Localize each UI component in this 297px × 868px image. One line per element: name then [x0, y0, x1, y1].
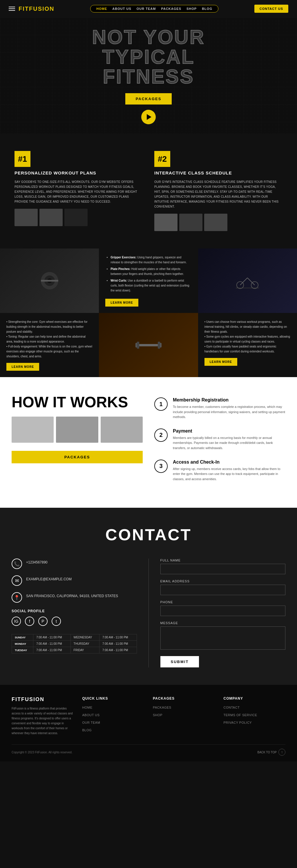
hiw-img-1: [11, 416, 54, 443]
hours-table: SUNDAY 7:00 AM - 11:00 PM WEDNESDAY 7:00…: [11, 634, 137, 653]
footer-company-list: CONTACT TERMS OF SERVICE PRIVACY POLICY: [224, 705, 286, 725]
hero-content: NOT YOUR TYPICAL FITNESS PACKAGES: [92, 27, 205, 124]
gym-bullet-list: Gripper Exercises: Using hand grippers, …: [105, 255, 191, 293]
feature-img-1a: [14, 209, 38, 226]
footer-link-team[interactable]: OUR TEAM: [82, 720, 144, 725]
hiw-packages-button[interactable]: PACKAGES: [11, 451, 143, 463]
contact-title: CONTACT: [11, 525, 286, 544]
hiw-img-2: [56, 416, 98, 443]
footer-link-privacy[interactable]: PRIVACY POLICY: [224, 720, 286, 725]
instagram-icon[interactable]: IG: [11, 617, 21, 626]
hero-title-line2: TYPICAL: [92, 47, 205, 66]
contact-phone-item: 📞 +1234567890: [11, 559, 137, 569]
hiw-step-1: 1 Membership Registration To become a me…: [154, 397, 286, 420]
feature-images-2: [154, 214, 283, 231]
hero-title-line1: NOT YOUR: [92, 27, 205, 47]
svg-rect-13: [158, 342, 160, 349]
navbar-left: FITFUSION: [9, 5, 55, 12]
message-textarea[interactable]: [160, 626, 286, 650]
submit-button[interactable]: SUBMIT: [160, 656, 199, 668]
nav-packages[interactable]: PACKAGES: [161, 7, 181, 10]
footer-link-blog[interactable]: BLOG: [82, 727, 144, 733]
learn-more-button-3[interactable]: LEARN MORE: [204, 358, 237, 366]
gym-cell-center-bullets: Gripper Exercises: Using hand grippers, …: [99, 248, 198, 313]
back-to-top-circle: ↑: [278, 749, 286, 756]
footer-link-packages[interactable]: PACKAGES: [153, 705, 215, 710]
footer-link-home[interactable]: HOME: [82, 705, 144, 710]
nav-logo: FITFUSION: [19, 5, 55, 12]
gym-text-right: • Users can choose from various workout …: [204, 319, 291, 354]
hiw-img-3: [101, 416, 143, 443]
hours-row-sunday: SUNDAY 7:00 AM - 11:00 PM WEDNESDAY 7:00…: [12, 634, 137, 641]
phone-label: PHONE: [160, 600, 286, 604]
contact-grid: 📞 +1234567890 ✉ EXAMPLE@EXAMPLE.COM 📍 SA…: [11, 559, 286, 668]
phone-icon: 📞: [11, 559, 22, 569]
play-button[interactable]: [141, 110, 156, 124]
nav-shop[interactable]: SHOP: [187, 7, 197, 10]
footer-logo: FITFUSION: [11, 696, 74, 703]
gym-text-left: • Strengthening the core: Gym wheel exer…: [6, 319, 93, 359]
how-it-works-section: HOW IT WORKS PACKAGES 1 Membership Regis…: [0, 377, 297, 508]
hours-day-sunday: SUNDAY: [12, 634, 33, 641]
nav-links: HOME ABOUT US OUR TEAM PACKAGES SHOP BLO…: [90, 5, 219, 12]
message-label: MESSAGE: [160, 621, 286, 625]
nav-about[interactable]: ABOUT US: [112, 7, 131, 10]
back-to-top-button[interactable]: BACK TO TOP ↑: [257, 749, 286, 756]
footer-link-about[interactable]: ABOUT US: [82, 712, 144, 717]
bullet-2: Plate Pinches: Hold weight plates or oth…: [110, 267, 191, 276]
hours-day-wednesday: WEDNESDAY: [70, 634, 99, 641]
hiw-images: [11, 416, 143, 443]
hiw-right: 1 Membership Registration To become a me…: [154, 395, 286, 490]
hours-day-friday: FRIDAY: [70, 647, 99, 653]
learn-more-button-1[interactable]: LEARN MORE: [105, 299, 138, 307]
location-icon: 📍: [11, 592, 22, 603]
footer-link-tos[interactable]: TERMS OF SERVICE: [224, 712, 286, 717]
full-name-input[interactable]: [160, 564, 286, 574]
navbar: FITFUSION HOME ABOUT US OUR TEAM PACKAGE…: [0, 0, 297, 18]
feature-number-2: #2: [154, 151, 170, 167]
hours-day-tuesday: TUESDAY: [12, 647, 33, 653]
footer-link-shop[interactable]: SHOP: [153, 712, 215, 717]
footer-link-contact[interactable]: CONTACT: [224, 705, 286, 710]
feature-img-2c: [204, 214, 227, 231]
step-content-1: Membership Registration To become a memb…: [173, 397, 286, 420]
hours-day-monday: MONDAY: [12, 641, 33, 647]
footer-packages-list: PACKAGES SHOP: [153, 705, 215, 717]
hero-title: NOT YOUR TYPICAL FITNESS: [92, 27, 205, 86]
hiw-left: HOW IT WORKS PACKAGES: [11, 395, 143, 463]
phone-input[interactable]: [160, 606, 286, 616]
weights-illustration: [38, 269, 61, 292]
hours-row-monday: MONDAY 7:00 AM - 11:00 PM THURSDAY 7:00 …: [12, 641, 137, 647]
footer-quick-links-title: QUICK LINKS: [82, 696, 144, 701]
hiw-step-3: 3 Access and Check-In After signing up, …: [154, 460, 286, 482]
twitter-icon[interactable]: t: [52, 617, 61, 626]
step-title-2: Payment: [173, 429, 286, 434]
cycles-illustration: [233, 272, 262, 289]
email-input[interactable]: [160, 585, 286, 595]
nav-team[interactable]: OUR TEAM: [137, 7, 156, 10]
facebook-icon[interactable]: f: [25, 617, 34, 626]
hamburger-menu[interactable]: [9, 7, 15, 11]
email-icon: ✉: [11, 576, 22, 586]
pinterest-icon[interactable]: P: [38, 617, 47, 626]
svg-rect-10: [139, 344, 158, 346]
nav-logo-text: FITFUSION: [19, 5, 55, 12]
bullet-3: Wrist Curls: Use a dumbbell or a barbell…: [110, 278, 191, 293]
learn-more-button-2[interactable]: LEARN MORE: [6, 363, 39, 371]
footer-bottom: Copyright © 2023 FitFusion. All rights r…: [11, 744, 286, 756]
feature-card-2: #2 INTERACTIVE CLASS SCHEDULE OUR GYM'S …: [148, 145, 288, 237]
gym-cell-right-text: • Users can choose from various workout …: [198, 313, 297, 377]
nav-blog[interactable]: BLOG: [202, 7, 212, 10]
contact-us-button[interactable]: CONTACT US: [254, 5, 288, 13]
step-circle-3: 3: [154, 460, 168, 473]
footer-copyright: Copyright © 2023 FitFusion. All rights r…: [11, 751, 72, 754]
hero-packages-button[interactable]: PACKAGES: [125, 93, 172, 104]
full-name-label: FULL NAME: [160, 559, 286, 562]
step-circle-1: 1: [154, 397, 168, 411]
svg-line-8: [248, 278, 255, 285]
nav-home[interactable]: HOME: [96, 7, 107, 10]
hours-time-monday: 7:00 AM - 11:00 PM: [33, 641, 70, 647]
footer-quick-links-list: HOME ABOUT US OUR TEAM BLOG: [82, 705, 144, 733]
step-text-3: After signing up, members receive access…: [173, 466, 286, 482]
hours-time-wednesday: 7:00 AM - 11:00 PM: [99, 634, 137, 641]
